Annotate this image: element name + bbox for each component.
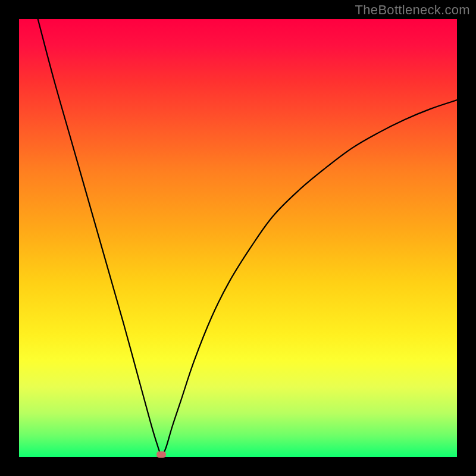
- watermark-text: TheBottleneck.com: [355, 2, 470, 18]
- chart-plot-area: [19, 19, 457, 457]
- minimum-marker: [156, 452, 166, 458]
- bottleneck-curve: [19, 19, 457, 457]
